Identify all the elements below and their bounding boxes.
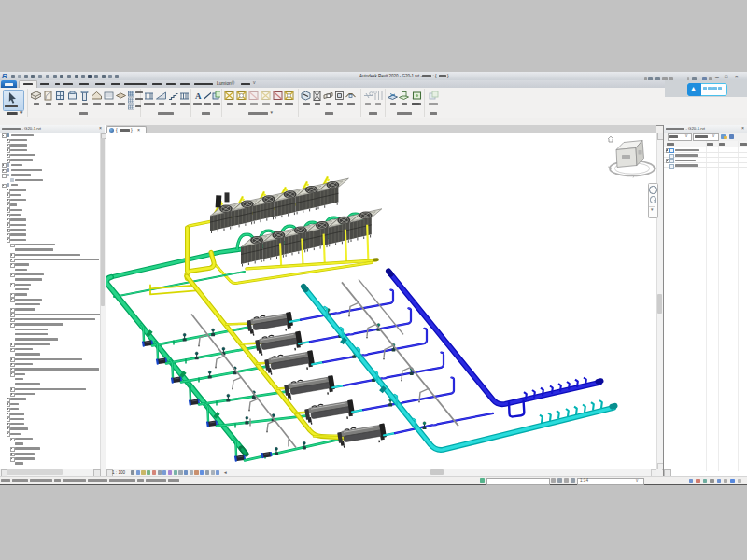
svg-text:A: A: [195, 91, 202, 101]
